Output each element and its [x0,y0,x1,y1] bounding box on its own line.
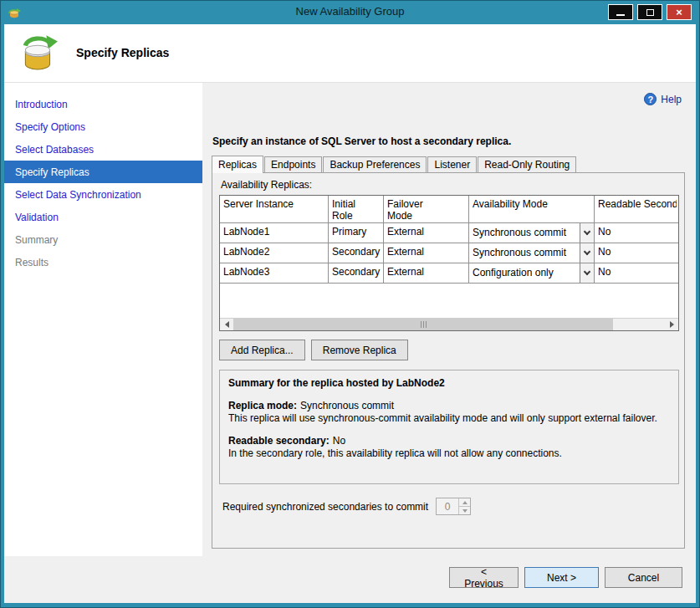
combo-dropdown-button[interactable] [580,263,594,283]
column-header-server-instance[interactable]: Server Instance [220,196,329,222]
close-button[interactable]: × [667,4,692,20]
sidebar-item-specify-replicas[interactable]: Specify Replicas [4,161,202,183]
sidebar-item-specify-options[interactable]: Specify Options [4,115,202,138]
cell-initial-role: Secondary [329,263,384,283]
replica-summary-box: Summary for the replica hosted by LabNod… [219,370,679,484]
sidebar-item-validation[interactable]: Validation [4,206,202,228]
cell-readable-secondary: No [595,243,677,263]
availability-mode-value: Synchronous commit [469,223,580,243]
next-button[interactable]: Next > [524,567,599,588]
required-secondaries-row: Required synchronized secondaries to com… [219,498,677,515]
sidebar-item-results: Results [4,251,202,273]
cell-initial-role: Secondary [329,243,384,263]
minimize-icon [616,14,625,16]
scroll-right-icon [670,321,674,328]
wizard-header: Specify Replicas [4,24,696,83]
spinner-buttons [458,498,470,514]
replicas-grid: Server Instance Initial Role Failover Mo… [219,195,679,331]
maximize-icon [646,9,654,16]
sidebar-item-summary: Summary [4,228,202,251]
scrollbar-grip-icon [421,321,422,328]
cell-server-instance: LabNode1 [220,223,329,243]
spinner-value: 0 [437,498,458,514]
availability-mode-combobox[interactable]: Configuration only [469,263,595,283]
wizard-nav-sidebar: Introduction Specify Options Select Data… [4,83,202,556]
wizard-footer: < Previous Next > Cancel [4,556,696,603]
cell-server-instance: LabNode3 [220,263,329,283]
availability-mode-combobox[interactable]: Synchronous commit [469,223,595,243]
summary-title: Summary for the replica hosted by LabNod… [228,377,670,390]
column-header-readable-secondary[interactable]: Readable Secondary [595,196,677,222]
replica-buttons-row: Add Replica... Remove Replica [219,340,677,360]
grid-header-row: Server Instance Initial Role Failover Mo… [220,196,678,223]
tab-read-only-routing[interactable]: Read-Only Routing [478,156,576,172]
new-availability-group-window: New Availability Group × Specify Replica… [0,0,700,608]
spinner-down-button [459,507,470,514]
replica-mode-label: Replica mode: [228,400,297,411]
replica-mode-line: Replica mode:Synchronous commit [228,400,670,412]
cell-readable-secondary: No [595,223,677,243]
scroll-left-button[interactable] [220,319,233,330]
table-row[interactable]: LabNode3 Secondary External Configuratio… [220,263,678,284]
tab-endpoints[interactable]: Endpoints [264,156,322,172]
cell-failover-mode: External [384,243,469,263]
column-header-initial-role[interactable]: Initial Role [329,196,384,222]
help-label: Help [661,94,682,105]
scroll-right-button[interactable] [665,319,678,330]
availability-group-icon [18,32,59,74]
sidebar-item-select-databases[interactable]: Select Databases [4,138,202,161]
tab-listener[interactable]: Listener [427,156,477,172]
sidebar-item-introduction[interactable]: Introduction [4,93,202,115]
help-link[interactable]: ? Help [644,93,682,105]
cell-readable-secondary: No [595,263,677,283]
cancel-button[interactable]: Cancel [605,567,682,588]
availability-replicas-label: Availability Replicas: [221,179,677,191]
spinner-up-button [459,498,470,507]
cell-failover-mode: External [384,223,469,243]
tab-strip: Replicas Endpoints Backup Preferences Li… [212,156,577,173]
column-header-failover-mode-label: Failover Mode [387,198,429,222]
page-instruction: Specify an instance of SQL Server to hos… [212,135,511,147]
cell-failover-mode: External [384,263,469,283]
previous-button[interactable]: < Previous [449,567,519,588]
minimize-button[interactable] [608,4,633,20]
replica-mode-description: This replica will use synchronous-commit… [228,412,670,425]
availability-mode-value: Configuration only [469,263,580,283]
readable-secondary-value: No [333,435,345,447]
scroll-left-icon [225,321,229,328]
required-secondaries-label: Required synchronized secondaries to com… [222,501,428,513]
readable-secondary-line: Readable secondary:No [228,435,670,447]
scrollbar-track[interactable] [233,319,665,330]
column-header-availability-mode[interactable]: Availability Mode [469,196,595,222]
combo-dropdown-button[interactable] [580,243,594,263]
readable-secondary-description: In the secondary role, this availability… [228,447,670,460]
table-row[interactable]: LabNode1 Primary External Synchronous co… [220,223,678,243]
tab-backup-preferences[interactable]: Backup Preferences [323,156,427,172]
arrow-down-icon [462,509,468,513]
close-icon: × [676,7,682,18]
chevron-down-icon [584,228,590,235]
column-header-failover-mode[interactable]: Failover Mode [384,196,469,222]
required-secondaries-spinner: 0 [436,498,471,515]
tab-replicas[interactable]: Replicas [212,156,263,173]
grid-empty-area [220,284,678,318]
availability-mode-combobox[interactable]: Synchronous commit [469,243,595,263]
window-controls: × [608,4,692,20]
table-row[interactable]: LabNode2 Secondary External Synchronous … [220,243,678,263]
sidebar-item-select-data-synchronization[interactable]: Select Data Synchronization [4,183,202,206]
column-header-initial-role-label: Initial Role [332,198,374,222]
remove-replica-button[interactable]: Remove Replica [311,340,408,360]
add-replica-button[interactable]: Add Replica... [219,340,305,360]
availability-mode-value: Synchronous commit [469,243,580,263]
window-title: New Availability Group [1,5,699,18]
scrollbar-grip-icon [426,321,427,328]
cell-initial-role: Primary [329,223,384,243]
replicas-tab-panel: Availability Replicas: Server Instance I… [212,172,685,549]
dialog-surface: Specify Replicas Introduction Specify Op… [4,24,696,603]
horizontal-scrollbar[interactable] [220,318,678,330]
combo-dropdown-button[interactable] [580,223,594,243]
scrollbar-thumb[interactable] [233,319,613,330]
replica-mode-value: Synchronous commit [300,400,394,411]
maximize-button[interactable] [637,4,662,20]
page-title: Specify Replicas [76,46,169,59]
